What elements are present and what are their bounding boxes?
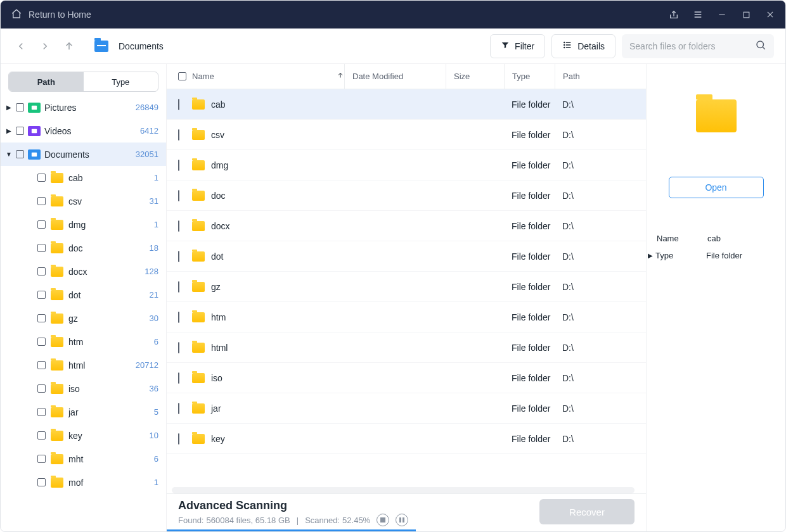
close-icon[interactable]	[765, 10, 775, 20]
horizontal-scrollbar[interactable]	[172, 487, 635, 493]
table-row[interactable]: gz File folder D:\	[167, 272, 646, 302]
table-row[interactable]: csv File folder D:\	[167, 120, 646, 150]
table-row[interactable]: docx File folder D:\	[167, 211, 646, 241]
checkbox[interactable]	[37, 431, 46, 440]
row-checkbox[interactable]	[178, 129, 179, 141]
row-path: D:\	[555, 160, 646, 170]
col-size[interactable]: Size	[446, 64, 504, 89]
row-checkbox[interactable]	[178, 220, 179, 232]
search-icon[interactable]	[755, 39, 766, 53]
row-name: html	[211, 343, 228, 353]
folder-icon	[192, 312, 205, 322]
table-row[interactable]: doc File folder D:\	[167, 180, 646, 211]
item-label: csv	[68, 196, 145, 206]
table-row[interactable]: dot File folder D:\	[167, 241, 646, 272]
recover-button[interactable]: Recover	[539, 499, 635, 524]
sidebar-item-gz[interactable]: gz 30	[1, 307, 166, 330]
row-checkbox[interactable]	[178, 281, 179, 293]
checkbox[interactable]	[37, 408, 46, 416]
nav-forward-button[interactable]	[36, 37, 54, 55]
sidebar-item-jar[interactable]: jar 5	[1, 400, 166, 424]
table-row[interactable]: htm File folder D:\	[167, 302, 646, 332]
table-row[interactable]: cab File folder D:\	[167, 89, 646, 120]
sidebar-category-videos[interactable]: ▶ Videos 6412	[1, 119, 166, 142]
table-body[interactable]: cab File folder D:\ csv File folder D:\ …	[167, 89, 646, 487]
menu-icon[interactable]	[693, 10, 703, 20]
sidebar-tree[interactable]: ▶ Pictures 26849▶ Videos 6412▼ Documents…	[1, 96, 166, 531]
folder-icon	[51, 243, 63, 253]
row-path: D:\	[555, 221, 646, 231]
sidebar-item-html[interactable]: html 20712	[1, 353, 166, 377]
sidebar-item-iso[interactable]: iso 36	[1, 377, 166, 400]
sidebar-item-mof[interactable]: mof 1	[1, 471, 166, 494]
col-name[interactable]: Name	[192, 72, 344, 81]
header-checkbox[interactable]	[178, 72, 186, 80]
nav-back-button[interactable]	[12, 37, 30, 55]
checkbox[interactable]	[37, 174, 46, 182]
open-button[interactable]: Open	[669, 177, 764, 198]
row-checkbox[interactable]	[178, 342, 179, 353]
stop-scan-button[interactable]	[377, 514, 389, 526]
sidebar-category-pictures[interactable]: ▶ Pictures 26849	[1, 96, 166, 119]
meta-type-row[interactable]: ▶ Type File folder	[657, 251, 775, 260]
sidebar-item-dot[interactable]: dot 21	[1, 283, 166, 307]
checkbox[interactable]	[37, 220, 46, 229]
details-button[interactable]: Details	[551, 34, 615, 58]
checkbox[interactable]	[37, 267, 46, 276]
sidebar-item-csv[interactable]: csv 31	[1, 189, 166, 213]
checkbox[interactable]	[37, 197, 46, 205]
col-date[interactable]: Date Modified	[344, 64, 446, 89]
category-label: Pictures	[44, 103, 132, 113]
sidebar-category-documents[interactable]: ▼ Documents 32051	[1, 142, 166, 166]
checkbox[interactable]	[37, 291, 46, 299]
row-checkbox[interactable]	[178, 99, 179, 110]
table-row[interactable]: dmg File folder D:\	[167, 150, 646, 180]
checkbox[interactable]	[16, 150, 24, 158]
filter-button[interactable]: Filter	[490, 34, 545, 58]
checkbox[interactable]	[16, 127, 24, 135]
return-home-button[interactable]: Return to Home	[11, 8, 91, 22]
checkbox[interactable]	[37, 314, 46, 322]
segment-path[interactable]: Path	[9, 72, 84, 91]
sidebar-item-docx[interactable]: docx 128	[1, 260, 166, 283]
col-type[interactable]: Type	[504, 64, 555, 89]
checkbox[interactable]	[37, 384, 46, 393]
segment-type[interactable]: Type	[84, 72, 158, 91]
sidebar-item-htm[interactable]: htm 6	[1, 330, 166, 353]
checkbox[interactable]	[37, 478, 46, 486]
table-row[interactable]: jar File folder D:\	[167, 393, 646, 424]
checkbox[interactable]	[37, 455, 46, 463]
row-checkbox[interactable]	[178, 403, 179, 414]
search-box[interactable]	[622, 34, 774, 58]
minimize-icon[interactable]	[717, 10, 727, 20]
sidebar-item-key[interactable]: key 10	[1, 424, 166, 447]
pause-scan-button[interactable]	[396, 514, 408, 526]
col-path[interactable]: Path	[555, 64, 646, 89]
maximize-icon[interactable]	[741, 10, 751, 20]
sidebar-item-doc[interactable]: doc 18	[1, 236, 166, 260]
main-area: Path Type ▶ Pictures 26849▶ Videos 6412▼…	[1, 64, 785, 531]
table-row[interactable]: iso File folder D:\	[167, 363, 646, 393]
row-checkbox[interactable]	[178, 190, 179, 201]
row-checkbox[interactable]	[178, 251, 179, 262]
breadcrumb[interactable]: Documents	[119, 41, 164, 51]
sidebar-item-dmg[interactable]: dmg 1	[1, 213, 166, 236]
sidebar-item-cab[interactable]: cab 1	[1, 166, 166, 189]
row-checkbox[interactable]	[178, 372, 179, 384]
sidebar-item-mht[interactable]: mht 6	[1, 447, 166, 471]
checkbox[interactable]	[37, 244, 46, 252]
folder-icon	[192, 221, 205, 231]
row-checkbox[interactable]	[178, 312, 179, 323]
checkbox[interactable]	[37, 338, 46, 346]
checkbox[interactable]	[37, 361, 46, 369]
checkbox[interactable]	[16, 103, 24, 111]
item-count: 128	[145, 267, 158, 276]
row-checkbox[interactable]	[178, 160, 179, 171]
search-input[interactable]	[629, 41, 750, 51]
row-checkbox[interactable]	[178, 433, 179, 445]
nav-up-button[interactable]	[60, 37, 78, 55]
share-icon[interactable]	[669, 10, 679, 20]
table-row[interactable]: key File folder D:\	[167, 424, 646, 454]
sidebar: Path Type ▶ Pictures 26849▶ Videos 6412▼…	[1, 64, 167, 531]
table-row[interactable]: html File folder D:\	[167, 332, 646, 363]
